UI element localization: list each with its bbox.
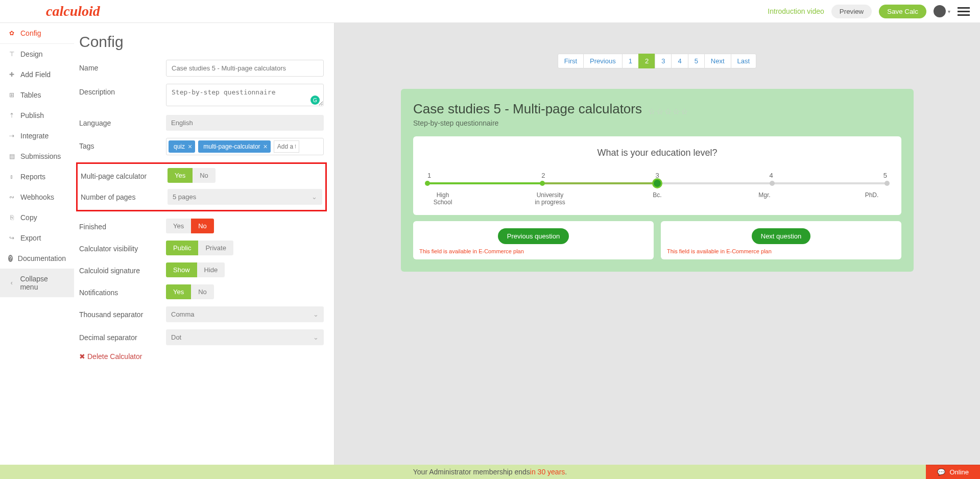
grammarly-icon[interactable]: G	[310, 95, 320, 105]
slider-value-label: High School	[427, 191, 458, 206]
pager-last-button[interactable]: Last	[731, 54, 757, 68]
signature-hide-button[interactable]: Hide	[197, 262, 225, 277]
sidebar-item-label: Publish	[20, 111, 44, 119]
star-icon: ☆	[648, 107, 655, 116]
hamburger-menu-icon[interactable]	[958, 7, 970, 16]
calculator-preview-card: Case studies 5 - Multi-page calculators …	[401, 89, 914, 272]
sidebar-item-label: Reports	[20, 173, 45, 181]
publish-icon: ⇡	[8, 112, 15, 119]
sidebar-item-copy[interactable]: ⎘Copy	[0, 207, 74, 228]
finished-yes-button[interactable]: Yes	[166, 219, 191, 233]
star-icon: ☆	[673, 107, 680, 116]
description-label: Description	[79, 84, 166, 96]
add-tag-input[interactable]	[274, 140, 299, 153]
language-select[interactable]: English	[166, 115, 324, 131]
delete-label: Delete Calculator	[87, 352, 142, 361]
slider-value-label: Mgr.	[749, 191, 780, 206]
sidebar-item-label: Copy	[20, 213, 37, 222]
sidebar-item-documentation[interactable]: ?Documentation	[0, 248, 74, 269]
next-question-button[interactable]: Next question	[752, 228, 811, 244]
sidebar-item-reports[interactable]: ⫾Reports	[0, 166, 74, 187]
pager-first-button[interactable]: First	[558, 54, 584, 68]
multipage-yes-button[interactable]: Yes	[168, 168, 193, 183]
visibility-public-button[interactable]: Public	[166, 241, 198, 255]
gear-icon: ✿	[8, 30, 15, 37]
pager-next-button[interactable]: Next	[704, 54, 731, 68]
multipage-no-button[interactable]: No	[193, 168, 216, 183]
pages-select[interactable]: 5 pages⌄	[168, 189, 322, 205]
sidebar-item-config[interactable]: ✿Config	[0, 23, 74, 44]
description-input[interactable]	[166, 84, 324, 106]
caret-down-icon: ▾	[948, 9, 950, 14]
previous-question-button[interactable]: Previous question	[498, 228, 569, 244]
select-value: Dot	[171, 333, 181, 341]
notifications-label: Notifications	[79, 284, 166, 297]
notifications-yes-button[interactable]: Yes	[166, 284, 191, 299]
footer-expiry: in 30 years	[530, 468, 565, 476]
slider-handle[interactable]	[652, 178, 662, 188]
finished-no-button[interactable]: No	[191, 219, 214, 233]
visibility-private-button[interactable]: Private	[198, 241, 233, 255]
signature-label: Calculoid signature	[79, 262, 166, 275]
slider-value-label: University in progress	[535, 191, 565, 206]
pager-page-4[interactable]: 4	[671, 54, 688, 68]
pager-page-3[interactable]: 3	[655, 54, 672, 68]
education-slider[interactable]: 1 2 3 4 5	[423, 172, 891, 206]
online-chat-badge[interactable]: 💬 Online	[926, 465, 980, 479]
tag-label: multi-page-calculator	[203, 143, 260, 150]
finished-label: Finished	[79, 219, 166, 231]
sidebar-item-collapse[interactable]: ‹Collapse menu	[0, 269, 74, 297]
sidebar-item-add-field[interactable]: ✚Add Field	[0, 64, 74, 85]
remove-tag-icon[interactable]: ×	[188, 142, 192, 151]
delete-calculator-link[interactable]: ✖ Delete Calculator	[79, 352, 142, 361]
pager-page-5[interactable]: 5	[688, 54, 705, 68]
reports-icon: ⫾	[8, 173, 15, 180]
notifications-no-button[interactable]: No	[191, 284, 214, 299]
preview-button[interactable]: Preview	[831, 5, 872, 18]
name-label: Name	[79, 60, 166, 72]
ecommerce-note: This field is available in E-Commerce pl…	[667, 248, 895, 254]
tag-label: quiz	[174, 143, 185, 150]
slider-tick-label: 1	[427, 172, 431, 179]
sidebar-item-label: Documentation	[18, 254, 66, 262]
footer-text: Your Administrator membership ends	[413, 468, 530, 476]
decimal-select[interactable]: Dot⌄	[166, 329, 324, 345]
language-label: Language	[79, 115, 166, 127]
sidebar-item-label: Config	[20, 29, 41, 37]
logo[interactable]: calculoid	[46, 3, 100, 19]
sidebar-item-publish[interactable]: ⇡Publish	[0, 105, 74, 126]
pager-page-1[interactable]: 1	[622, 54, 639, 68]
sidebar-item-design[interactable]: ⊤Design	[0, 44, 74, 64]
sidebar-item-webhooks[interactable]: ∾Webhooks	[0, 187, 74, 207]
tag-chip[interactable]: quiz×	[169, 140, 195, 153]
highlighted-config-section: Multi-page calculator Yes No Number of p…	[76, 162, 327, 211]
save-calc-button[interactable]: Save Calc	[879, 5, 926, 18]
copy-icon: ⎘	[8, 214, 15, 221]
star-icon: ☆	[664, 107, 672, 116]
close-icon: ✖	[79, 352, 85, 361]
remove-tag-icon[interactable]: ×	[264, 142, 268, 151]
sidebar-item-integrate[interactable]: ⇢Integrate	[0, 126, 74, 146]
multipage-label: Multi-page calculator	[81, 168, 168, 180]
sidebar-item-label: Tables	[20, 91, 41, 99]
pages-label: Number of pages	[81, 189, 168, 201]
tag-chip[interactable]: multi-page-calculator×	[198, 140, 271, 153]
pager-previous-button[interactable]: Previous	[583, 54, 623, 68]
introduction-video-link[interactable]: Introduction video	[768, 7, 824, 15]
calculator-title: Case studies 5 - Multi-page calculators	[413, 101, 642, 116]
tags-label: Tags	[79, 138, 166, 150]
signature-show-button[interactable]: Show	[166, 262, 197, 277]
thousand-select[interactable]: Comma⌄	[166, 306, 324, 322]
user-menu[interactable]: ▾	[934, 5, 950, 17]
name-input[interactable]	[166, 60, 324, 77]
sidebar-item-submissions[interactable]: ▤Submissions	[0, 146, 74, 166]
page-title: Config	[79, 33, 324, 51]
rating-stars[interactable]: ☆ ☆ ☆ ☆ ☆	[648, 107, 688, 116]
pagination: First Previous 1 2 3 4 5 Next Last	[401, 54, 914, 68]
plus-icon: ✚	[8, 71, 15, 78]
sidebar-item-export[interactable]: ↪Export	[0, 228, 74, 248]
pager-page-2[interactable]: 2	[638, 54, 655, 68]
tags-input[interactable]: quiz× multi-page-calculator×	[166, 138, 324, 155]
chevron-down-icon: ⌄	[313, 333, 319, 341]
sidebar-item-tables[interactable]: ⊞Tables	[0, 85, 74, 105]
